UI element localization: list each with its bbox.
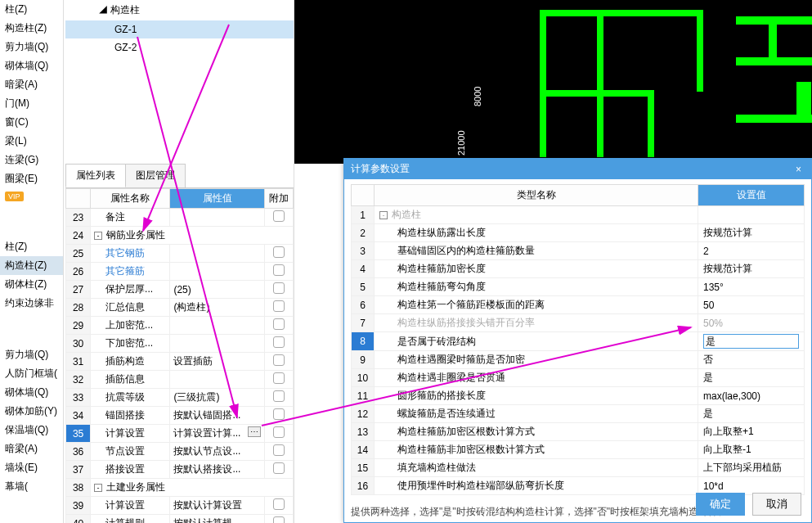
dialog-titlebar: 计算参数设置 × xyxy=(344,159,811,179)
sidebar-item[interactable]: 剪力墙(Q) xyxy=(0,38,63,56)
calc-params-dialog: 计算参数设置 × 类型名称 设置值 1- 构造柱2构造柱纵筋露出长度按规范计算3… xyxy=(343,158,812,523)
param-row[interactable]: 3基础锚固区内的构造柱箍筋数量2 xyxy=(352,242,805,260)
col-name: 属性名称 xyxy=(91,189,170,209)
checkbox[interactable] xyxy=(273,210,285,222)
checkbox[interactable] xyxy=(273,408,285,420)
sidebar-item[interactable]: 约束边缘非 xyxy=(0,294,63,313)
checkbox[interactable] xyxy=(273,390,285,402)
param-row[interactable]: 11圆形箍筋的搭接长度max(lae,300) xyxy=(352,387,805,405)
sidebar-item[interactable]: 砌体墙(Q) xyxy=(0,56,63,75)
tree-node[interactable]: GZ-2 xyxy=(65,38,294,56)
tree-parent[interactable]: ◢ 构造柱 xyxy=(65,0,294,20)
checkbox[interactable] xyxy=(273,498,285,510)
tab-properties[interactable]: 属性列表 xyxy=(65,164,126,187)
sidebar-item[interactable]: 圈梁(E) xyxy=(0,169,63,188)
checkbox[interactable] xyxy=(273,318,285,330)
component-tree: ◢ 构造柱 GZ-1GZ-2 xyxy=(65,0,294,164)
param-row[interactable]: 4构造柱箍筋加密长度按规范计算 xyxy=(352,260,805,278)
property-row[interactable]: 39计算设置按默认计算设置 xyxy=(66,497,294,515)
property-row[interactable]: 36节点设置按默认节点设... xyxy=(66,443,294,461)
param-row[interactable]: 15填充墙构造柱做法上下部均采用植筋 xyxy=(352,459,805,477)
ok-button[interactable]: 确定 xyxy=(696,493,745,516)
checkbox[interactable] xyxy=(273,372,285,384)
param-row[interactable]: 6构造柱第一个箍筋距楼板面的距离50 xyxy=(352,296,805,314)
param-row[interactable]: 1- 构造柱 xyxy=(352,206,805,224)
dim-21000: 21000 xyxy=(456,130,466,156)
checkbox[interactable] xyxy=(273,354,285,366)
close-icon[interactable]: × xyxy=(792,164,805,175)
property-row[interactable]: 37搭接设置按默认搭接设... xyxy=(66,461,294,479)
sidebar-item[interactable]: 梁(L) xyxy=(0,132,63,151)
property-row[interactable]: 32插筋信息 xyxy=(66,371,294,389)
col-type-name: 类型名称 xyxy=(375,185,698,206)
sidebar-item[interactable]: 砌体墙(Q) xyxy=(0,383,63,402)
property-row[interactable]: 24- 钢筋业务属性 xyxy=(66,227,294,245)
vip-badge: VIP xyxy=(5,192,24,201)
checkbox[interactable] xyxy=(273,336,285,348)
property-row[interactable]: 29上加密范... xyxy=(66,317,294,335)
property-row[interactable]: 26其它箍筋 xyxy=(66,263,294,281)
property-row[interactable]: 23备注 xyxy=(66,209,294,227)
cad-viewport[interactable]: 8000 21000 xyxy=(294,0,812,164)
param-row[interactable]: 2构造柱纵筋露出长度按规范计算 xyxy=(352,224,805,242)
property-tabs: 属性列表 图层管理 xyxy=(65,164,294,188)
ellipsis-button[interactable]: ⋯ xyxy=(248,426,261,437)
property-row[interactable]: 28汇总信息(构造柱) xyxy=(66,299,294,317)
sidebar-item[interactable]: 柱(Z) xyxy=(0,237,63,256)
sidebar-item[interactable]: 剪力墙(Q) xyxy=(0,345,63,364)
checkbox[interactable] xyxy=(273,444,285,456)
param-table: 类型名称 设置值 1- 构造柱2构造柱纵筋露出长度按规范计算3基础锚固区内的构造… xyxy=(351,184,805,495)
param-row[interactable]: 7构造柱纵筋搭接接头错开百分率50% xyxy=(352,314,805,332)
param-row[interactable]: 10构造柱遇非圈梁是否贯通是 xyxy=(352,369,805,387)
checkbox[interactable] xyxy=(273,426,285,438)
sidebar-item[interactable]: 砌体柱(Z) xyxy=(0,275,63,294)
property-row[interactable]: 40计算规则按默认计算规... xyxy=(66,515,294,524)
sidebar-item[interactable]: 构造柱(Z) xyxy=(0,256,63,275)
param-row[interactable]: 14构造柱箍筋非加密区根数计算方式向上取整-1 xyxy=(352,441,805,459)
sidebar-item[interactable]: 暗梁(A) xyxy=(0,440,63,458)
sidebar-item[interactable]: 构造柱(Z) xyxy=(0,19,63,38)
sidebar-item[interactable]: 砌体加筋(Y) xyxy=(0,402,63,421)
cancel-button[interactable]: 取消 xyxy=(752,493,801,516)
dim-8000: 8000 xyxy=(473,87,482,106)
property-row[interactable]: 25其它钢筋 xyxy=(66,245,294,263)
property-row[interactable]: 33抗震等级(三级抗震) xyxy=(66,389,294,407)
col-extra: 附加 xyxy=(265,189,294,209)
param-row[interactable]: 5构造柱箍筋弯勾角度135° xyxy=(352,278,805,296)
sidebar-item[interactable]: 人防门框墙( xyxy=(0,364,63,383)
sidebar-item[interactable]: 暗梁(A) xyxy=(0,75,63,94)
param-row[interactable]: 9构造柱遇圈梁时箍筋是否加密否 xyxy=(352,351,805,369)
checkbox[interactable] xyxy=(273,246,285,258)
property-row[interactable]: 34锚固搭接按默认锚固搭... xyxy=(66,407,294,425)
sidebar-item[interactable]: 门(M) xyxy=(0,94,63,113)
param-row[interactable]: 12螺旋箍筋是否连续通过是 xyxy=(352,405,805,423)
sidebar-item[interactable]: 保温墙(Q) xyxy=(0,421,63,440)
property-table: 属性名称 属性值 附加 23备注24- 钢筋业务属性25其它钢筋26其它箍筋27… xyxy=(65,188,294,523)
checkbox[interactable] xyxy=(273,516,285,523)
param-value-input[interactable] xyxy=(703,334,799,349)
checkbox[interactable] xyxy=(273,282,285,294)
property-row[interactable]: 38- 土建业务属性 xyxy=(66,479,294,497)
col-set-value: 设置值 xyxy=(698,185,805,206)
sidebar-item[interactable]: 墙垛(E) xyxy=(0,458,63,477)
property-row[interactable]: 30下加密范... xyxy=(66,335,294,353)
component-sidebar: 柱(Z)构造柱(Z)剪力墙(Q)砌体墙(Q)暗梁(A)门(M)窗(C)梁(L)连… xyxy=(0,0,64,523)
checkbox[interactable] xyxy=(273,300,285,312)
sidebar-item[interactable]: 柱(Z) xyxy=(0,0,63,19)
tab-layers[interactable]: 图层管理 xyxy=(125,164,186,187)
checkbox[interactable] xyxy=(273,462,285,474)
property-row[interactable]: 31插筋构造设置插筋 xyxy=(66,353,294,371)
sidebar-item[interactable]: 幕墙( xyxy=(0,477,63,496)
sidebar-item[interactable]: 窗(C) xyxy=(0,113,63,132)
property-panel: 属性列表 图层管理 属性名称 属性值 附加 23备注24- 钢筋业务属性25其它… xyxy=(65,164,294,523)
param-row[interactable]: 8是否属于砖混结构 xyxy=(352,332,805,351)
dialog-title: 计算参数设置 xyxy=(351,162,410,176)
property-row[interactable]: 27保护层厚...(25) xyxy=(66,281,294,299)
col-value: 属性值 xyxy=(170,189,265,209)
param-row[interactable]: 13构造柱箍筋加密区根数计算方式向上取整+1 xyxy=(352,423,805,441)
sidebar-item[interactable]: 连梁(G) xyxy=(0,151,63,169)
checkbox[interactable] xyxy=(273,264,285,276)
property-row[interactable]: 35计算设置计算设置计算...⋯ xyxy=(66,425,294,443)
tree-node[interactable]: GZ-1 xyxy=(65,20,294,38)
